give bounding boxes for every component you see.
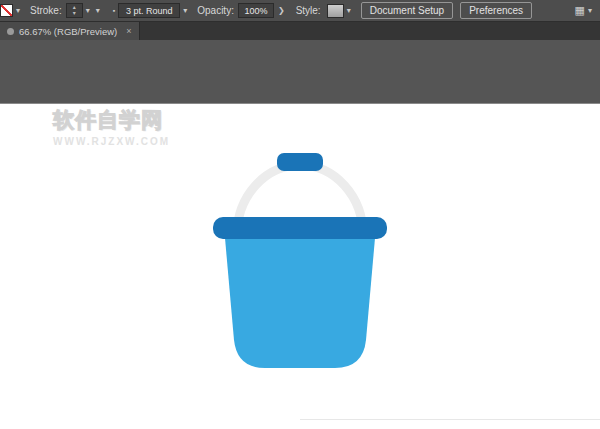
tab-close-icon[interactable]: ×: [126, 26, 131, 36]
stroke-label: Stroke:: [30, 5, 62, 16]
stroke-weight-caret-icon[interactable]: ▾: [86, 6, 90, 15]
watermark-title: 软件自学网: [53, 106, 170, 134]
swatch-dropdown-caret-icon[interactable]: ▾: [16, 6, 20, 15]
width-profile-caret-icon[interactable]: ▾: [96, 6, 100, 15]
style-swatch[interactable]: [327, 4, 344, 18]
brush-definition-field[interactable]: 3 pt. Round: [118, 3, 180, 18]
style-label: Style:: [296, 5, 321, 16]
stepper-down-icon[interactable]: ▾: [73, 11, 76, 17]
stroke-none-swatch[interactable]: [0, 4, 13, 17]
bucket-artwork[interactable]: [213, 150, 387, 375]
watermark: 软件自学网 WWW.RJZXW.COM: [53, 106, 170, 147]
watermark-url: WWW.RJZXW.COM: [53, 136, 170, 147]
document-tab-label: 66.67% (RGB/Preview): [19, 26, 117, 37]
document-setup-button[interactable]: Document Setup: [361, 2, 454, 19]
opacity-chevron-icon[interactable]: ❯: [278, 6, 285, 15]
pasteboard: [0, 40, 600, 104]
panel-caret-icon[interactable]: ▾: [588, 6, 592, 15]
opacity-field[interactable]: 100%: [238, 3, 274, 18]
stroke-weight-stepper[interactable]: ▴ ▾: [66, 3, 83, 18]
control-bar: ▾ Stroke: ▴ ▾ ▾ ▾ ▪ 3 pt. Round ▾ Opacit…: [0, 0, 600, 22]
opacity-label: Opacity:: [197, 5, 234, 16]
artboard-canvas[interactable]: 软件自学网 WWW.RJZXW.COM: [0, 104, 600, 429]
brush-bullet-icon: ▪: [113, 7, 115, 14]
brush-caret-icon[interactable]: ▾: [183, 6, 187, 15]
preferences-button[interactable]: Preferences: [460, 2, 532, 19]
document-tab-bar: 66.67% (RGB/Preview) ×: [0, 22, 600, 40]
bucket-rim[interactable]: [213, 217, 387, 239]
artboard-edge: [300, 419, 600, 420]
bucket-body[interactable]: [225, 238, 375, 368]
document-tab[interactable]: 66.67% (RGB/Preview) ×: [0, 22, 140, 40]
panel-grid-icon[interactable]: ▦: [575, 4, 585, 17]
style-caret-icon[interactable]: ▾: [347, 6, 351, 15]
document-tab-icon: [7, 28, 14, 35]
bucket-handle-grip[interactable]: [277, 153, 323, 171]
